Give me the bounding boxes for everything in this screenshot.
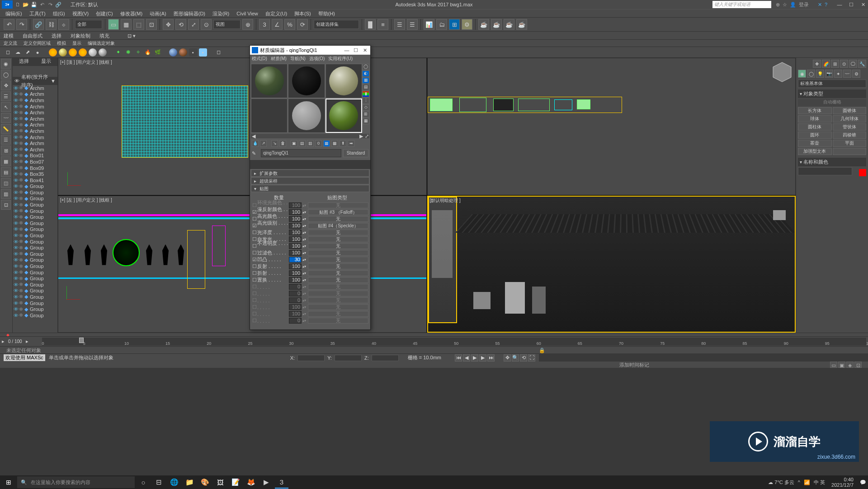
map-spinner-icon[interactable]: ▴▾ (302, 312, 306, 316)
map-amount-input[interactable]: 0 (289, 297, 302, 303)
lt-1[interactable]: ◉ (1, 59, 11, 69)
map-slot-button[interactable]: 贴图 #4（Speckle） (308, 223, 368, 229)
map-checkbox[interactable]: ☐ (252, 318, 257, 324)
map-checkbox[interactable]: ☐ (252, 311, 257, 317)
ribbon-tab-populate[interactable]: 填充 (99, 32, 109, 39)
menu-animation[interactable]: 动画(A) (146, 9, 170, 17)
task-firefox-icon[interactable]: 🦊 (244, 476, 258, 489)
select-button[interactable]: ▭ (108, 19, 119, 30)
cp-tab-utilities-icon[interactable]: 🔧 (858, 60, 866, 68)
cp-name-input[interactable] (798, 167, 852, 175)
angle-snap-button[interactable]: ∠ (272, 19, 283, 30)
primitive-button[interactable]: 管状体 (833, 123, 867, 131)
quick-render-button[interactable]: ☕ (504, 19, 514, 30)
place-button[interactable]: ⊙ (201, 19, 212, 30)
bind-button[interactable]: ⟐ (58, 19, 69, 30)
matdlg-minimize-button[interactable]: — (343, 47, 350, 53)
lt-4[interactable]: ☰ (1, 91, 11, 101)
mt-assign-icon[interactable]: ↘ (271, 140, 278, 147)
cp-color-swatch[interactable] (859, 169, 866, 176)
qat-link-icon[interactable]: 🔗 (55, 1, 61, 8)
lt-8[interactable]: ☰ (1, 135, 11, 145)
matdlg-titlebar[interactable]: 材质编辑器 - qingTongQi1 — ☐ ✕ (250, 46, 370, 55)
matdlg-menu-material[interactable]: 材质(M) (271, 55, 287, 63)
slot-scroll-right-icon[interactable]: ▶ (359, 133, 364, 139)
pivot-button[interactable]: ⊕ (242, 19, 253, 30)
lock-icon[interactable]: 🔒 (539, 348, 545, 353)
map-checkbox[interactable]: ☐ (252, 291, 257, 296)
compass-icon[interactable]: ⊕ (776, 2, 780, 8)
map-checkbox[interactable]: ☐ (252, 250, 257, 256)
sky-light-icon[interactable] (89, 48, 97, 56)
map-slot-button[interactable]: 贴图 #3 （Falloff） (308, 209, 368, 215)
ribbon-tab-freeform[interactable]: 自由形式 (23, 32, 42, 39)
map-slot-button[interactable]: 无 (308, 304, 368, 310)
cp-tab-display-icon[interactable]: 🖵 (849, 60, 857, 68)
map-checkbox[interactable]: ☐ (252, 202, 257, 208)
mt-eyedropper-icon[interactable]: ✎ (252, 150, 259, 156)
primitive-button[interactable]: 加强型文本 (798, 148, 832, 155)
map-amount-input[interactable]: 100 (289, 236, 302, 242)
cp-cat-cameras-icon[interactable]: 📷 (825, 70, 833, 78)
align-button[interactable]: ≡ (377, 19, 388, 30)
ribbon-sub-4[interactable]: 编辑选定对象 (88, 40, 115, 47)
sun-light-icon[interactable] (49, 48, 57, 56)
cp-cat-helpers-icon[interactable]: ✦ (834, 70, 842, 78)
map-spinner-icon[interactable]: ▴▾ (302, 251, 306, 255)
select-name-button[interactable]: ▦ (121, 19, 132, 30)
map-spinner-icon[interactable]: ▴▾ (302, 298, 306, 302)
scene-item[interactable]: 👁❄◆Group (13, 282, 57, 288)
coord-z-input[interactable] (372, 355, 399, 361)
tray-wifi-icon[interactable]: 📶 (804, 480, 810, 485)
blue-tile-icon[interactable]: ▪ (199, 48, 207, 56)
anim-goto-start-icon[interactable]: ⏮ (455, 354, 462, 362)
mt-go-sibling-icon[interactable]: ➡ (348, 140, 354, 147)
timeline[interactable]: ▸ 0 / 100 ▸ 0510152025303540455055606570… (0, 336, 868, 346)
mt-select-icon[interactable]: ◇ (362, 104, 369, 111)
matdlg-roll-extended[interactable]: 扩展参数 (251, 169, 369, 177)
qat-undo-icon[interactable]: ↶ (39, 1, 45, 8)
mt-makeunique-icon[interactable]: ▤ (299, 140, 306, 147)
scene-item[interactable]: 👁❄◆Group (13, 208, 57, 214)
map-slot-button[interactable]: 无 (308, 236, 368, 242)
select-window-button[interactable]: ⊡ (146, 19, 157, 30)
viewport-left[interactable]: [+] [左 ] [用户定义 ] [线框 ] (58, 196, 427, 333)
map-checkbox[interactable]: ☐ (252, 270, 257, 276)
nav2-2-icon[interactable]: ▣ (838, 362, 845, 368)
ribbon-tab-select[interactable]: 选择 (52, 32, 61, 39)
primitive-button[interactable]: 圆柱体 (798, 123, 832, 131)
map-amount-input[interactable]: 30 (289, 257, 302, 263)
map-amount-input[interactable]: 100 (289, 243, 302, 249)
menu-script[interactable]: 脚本(S) (291, 9, 315, 17)
user-icon[interactable]: 👤 (790, 2, 796, 8)
render-setup-button[interactable]: ⚙ (462, 19, 472, 30)
scene-item[interactable]: 👁❄◆Archm (13, 85, 57, 91)
map-spinner-icon[interactable]: ▴▾ (302, 237, 306, 241)
fog-icon[interactable]: ❋ (124, 48, 132, 56)
ribbon-sub-3[interactable]: 显示 (72, 40, 81, 47)
cp-auto-grid[interactable]: 自动栅格 (798, 99, 866, 106)
mt-video-icon[interactable]: ▮ (362, 91, 369, 97)
render-button[interactable]: ☕ (491, 19, 502, 30)
time-ruler[interactable]: 0510152025303540455055606570758085909510… (42, 338, 866, 346)
snap-button[interactable]: 3 (259, 19, 270, 30)
redo-button[interactable]: ↷ (16, 19, 27, 30)
app-logo[interactable]: 3▾ (2, 0, 13, 9)
filter-dropdown[interactable]: 全部 (75, 20, 102, 29)
spinner-snap-button[interactable]: ⟳ (297, 19, 308, 30)
mt-pick-icon[interactable]: 💧 (252, 140, 259, 147)
menu-views[interactable]: 视图(V) (69, 9, 93, 17)
map-checkbox[interactable]: ☐ (252, 230, 257, 235)
map-spinner-icon[interactable]: ▴▾ (302, 271, 306, 275)
cp-roll-name-color[interactable]: ▾ 名称和颜色 (798, 158, 866, 166)
primitive-button[interactable]: 平面 (833, 140, 867, 147)
material-name-dropdown[interactable]: qingTongQi1 (261, 149, 341, 157)
help-search-input[interactable]: 键入关键字或短语 (712, 1, 771, 8)
viewport-persp-label[interactable]: [默认明暗处理 ] (430, 197, 461, 204)
scene-item[interactable]: 👁❄◆Archm (13, 146, 57, 153)
map-checkbox[interactable]: ☑ (252, 223, 257, 229)
login-link[interactable]: 登录 (799, 1, 809, 8)
scene-item[interactable]: 👁❄◆Archm (13, 97, 57, 103)
scene-item[interactable]: 👁❄◆Group (13, 226, 57, 233)
tray-ime[interactable]: 中 英 (814, 479, 825, 486)
